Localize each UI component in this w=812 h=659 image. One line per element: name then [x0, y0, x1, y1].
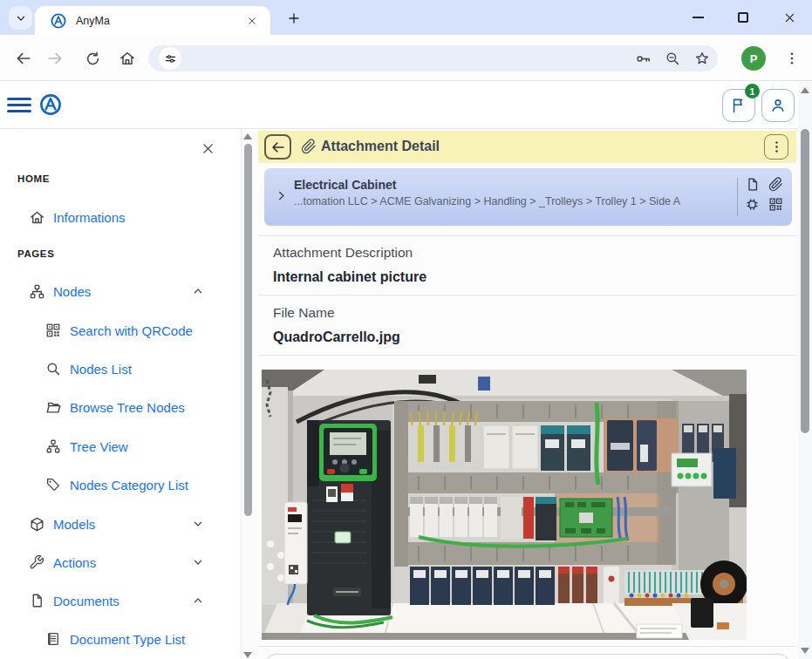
scrollbar-thumb[interactable] — [801, 129, 809, 433]
forward-button[interactable] — [44, 47, 66, 70]
sidebar-item-label: Browse Tree Nodes — [70, 400, 185, 415]
scroll-up-arrow[interactable] — [801, 87, 809, 93]
sidebar-item-informations[interactable]: Informations — [0, 206, 235, 228]
anyma-favicon-icon — [50, 12, 67, 30]
browser-tab[interactable]: AnyMa — [35, 6, 270, 35]
tag-icon — [44, 476, 62, 493]
scroll-up-arrow[interactable] — [243, 133, 252, 139]
node-card[interactable]: Electrical Cabinet ...tomation LLC > ACM… — [264, 168, 792, 226]
page-back-button[interactable] — [264, 134, 291, 160]
sidebar-close-button[interactable] — [199, 139, 216, 157]
divider — [258, 235, 796, 236]
divider — [258, 295, 796, 296]
chevron-right-icon[interactable] — [275, 189, 288, 202]
qrcode-icon — [44, 322, 62, 339]
field-value: Internal cabinet picture — [273, 269, 426, 285]
field-label: File Name — [273, 305, 335, 321]
wrench-icon — [28, 554, 45, 571]
sidebar-item-nodes[interactable]: Nodes — [0, 280, 235, 302]
home-button[interactable] — [116, 47, 139, 70]
browser-scrollbar[interactable] — [798, 81, 812, 659]
tune-icon[interactable] — [159, 47, 181, 70]
sidebar-item-tree-view[interactable]: Tree View — [0, 435, 235, 458]
chip-icon[interactable] — [743, 197, 761, 212]
qrcode-icon[interactable] — [767, 197, 784, 212]
attachment-icon[interactable] — [767, 177, 784, 192]
close-icon — [201, 141, 215, 156]
scroll-down-arrow[interactable] — [243, 652, 252, 658]
sidebar-item-label: Search with QRCode — [70, 323, 193, 338]
chevron-up-icon[interactable] — [192, 594, 204, 607]
close-icon — [783, 11, 796, 24]
tab-title: AnyMa — [76, 15, 244, 27]
paperclip-icon — [301, 139, 317, 154]
sitemap-icon — [28, 282, 45, 300]
sidebar-section-pages: PAGES — [17, 248, 54, 259]
field-value: QuadroCarrello.jpg — [273, 330, 400, 345]
document-icon[interactable] — [743, 177, 761, 192]
notifications-flag-button[interactable]: 1 — [722, 89, 755, 122]
notification-badge: 1 — [745, 84, 760, 99]
sidebar-item-document-type-list[interactable]: Document Type List — [0, 628, 235, 650]
window-minimize-button[interactable] — [678, 0, 718, 35]
back-button[interactable] — [12, 47, 35, 70]
sidebar-item-nodes-category-list[interactable]: Nodes Category List — [0, 473, 235, 496]
folder-open-icon — [44, 398, 62, 416]
scroll-down-arrow[interactable] — [801, 648, 809, 654]
back-arrow-icon — [270, 139, 286, 155]
sidebar-item-actions[interactable]: Actions — [0, 551, 235, 574]
node-title: Electrical Cabinet — [294, 178, 397, 192]
menu-hamburger-button[interactable] — [7, 92, 31, 117]
sidebar-item-browse-tree-nodes[interactable]: Browse Tree Nodes — [0, 396, 235, 418]
divider — [258, 355, 796, 356]
flag-icon — [730, 97, 747, 114]
password-key-icon[interactable] — [634, 50, 652, 67]
document-list-icon — [44, 630, 62, 648]
profile-avatar[interactable]: P — [741, 46, 766, 71]
window-maximize-button[interactable] — [723, 0, 763, 35]
tab-close-icon[interactable] — [244, 13, 260, 29]
sidebar-item-label: Tree View — [70, 439, 128, 454]
tab-strip: AnyMa — [0, 0, 812, 35]
chevron-up-icon[interactable] — [192, 285, 204, 297]
new-tab-button[interactable] — [283, 8, 304, 29]
sidebar-item-models[interactable]: Models — [0, 513, 235, 535]
attachment-detail-toolbar: Attachment Detail — [258, 131, 796, 163]
divider — [258, 646, 796, 647]
attachment-photo[interactable] — [262, 370, 747, 640]
search-icon — [44, 360, 62, 377]
kebab-menu-icon — [769, 139, 784, 154]
content-scrollbar[interactable] — [242, 129, 255, 659]
card-divider — [737, 178, 738, 216]
window-close-button[interactable] — [769, 0, 809, 35]
sidebar-section-home: HOME — [17, 173, 50, 184]
sidebar-item-label: Document Type List — [70, 632, 185, 647]
sidebar-item-label: Documents — [53, 594, 119, 608]
sidebar-item-label: Informations — [53, 210, 126, 225]
address-bar[interactable] — [148, 45, 718, 71]
reload-button[interactable] — [81, 47, 104, 70]
sidebar-item-search-with-qrcode[interactable]: Search with QRCode — [0, 319, 235, 342]
bookmark-star-icon[interactable] — [693, 50, 711, 67]
sidebar-item-nodes-list[interactable]: Nodes List — [0, 357, 235, 380]
chevron-down-icon[interactable] — [192, 518, 204, 530]
page-title: Attachment Detail — [321, 139, 440, 154]
sidebar-item-label: Nodes Category List — [70, 478, 188, 493]
page-menu-button[interactable] — [764, 134, 788, 160]
scrollbar-thumb[interactable] — [244, 144, 252, 516]
anyma-logo-icon[interactable] — [38, 92, 63, 117]
sidebar-item-label: Models — [53, 517, 95, 532]
zoom-out-icon[interactable] — [664, 50, 681, 67]
minimize-icon — [693, 17, 704, 18]
user-account-button[interactable] — [761, 89, 795, 122]
sidebar-item-label: Nodes List — [70, 362, 132, 377]
browser-menu-button[interactable] — [782, 47, 802, 70]
home-icon — [28, 208, 45, 226]
chevron-down-icon[interactable] — [192, 556, 204, 568]
sidebar-item-label: Nodes — [53, 284, 91, 299]
browser-window: AnyMa P 1 — [0, 0, 812, 659]
person-icon — [769, 97, 787, 114]
tab-search-button[interactable] — [9, 6, 32, 30]
next-section-card[interactable] — [264, 654, 791, 659]
sidebar-item-documents[interactable]: Documents — [0, 589, 235, 612]
